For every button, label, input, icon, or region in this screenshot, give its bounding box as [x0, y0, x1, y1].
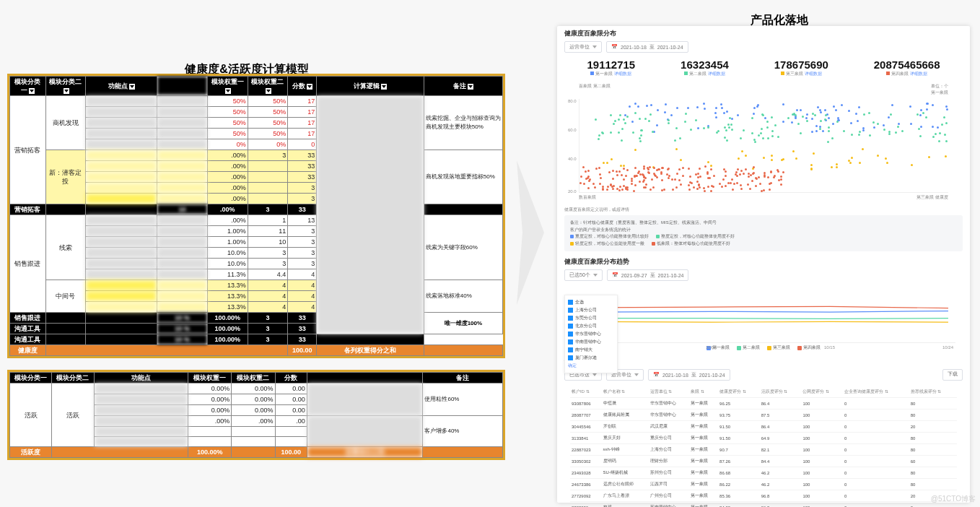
- dropdown-icon[interactable]: [29, 88, 35, 94]
- col-header[interactable]: 象限 ⇅: [689, 386, 718, 398]
- filter-date[interactable]: 📅 2021-10-18 至 2021-10-24: [606, 41, 688, 53]
- lk[interactable]: 详细数据: [910, 72, 927, 76]
- watermark: @51CTO博客: [931, 494, 976, 504]
- hdr-score[interactable]: 分数: [292, 82, 305, 90]
- cell: 0: [843, 467, 909, 479]
- cell: 100: [801, 421, 843, 433]
- checklist-item[interactable]: 厦门赛尔迪: [568, 354, 614, 362]
- hdr-w2[interactable]: 模块权重二: [251, 78, 284, 85]
- table-row: 93087806中恒晟华东营销中心第一象限96.2586.4100080: [570, 398, 957, 410]
- hdr-w1[interactable]: 模块权重一: [211, 78, 244, 85]
- cell: 重庆天好: [602, 433, 649, 444]
- checkbox-icon[interactable]: [568, 355, 573, 360]
- hdr-cat2[interactable]: 模块分类二: [49, 78, 82, 85]
- checklist-item[interactable]: 全选: [568, 298, 614, 306]
- confirm-link[interactable]: 确定: [568, 362, 614, 370]
- dropdown-icon[interactable]: [225, 88, 231, 94]
- c: 50%: [248, 118, 288, 129]
- c: 0%: [248, 139, 288, 150]
- foot-score: 100.00: [288, 345, 317, 356]
- org-checklist-popup[interactable]: 全选上海分公司东莞分公司北京分公司华东营销中心华南营销中心南宁销大厦门赛尔迪确定: [564, 295, 618, 373]
- c: 33: [288, 161, 317, 172]
- checklist-item[interactable]: 东莞分公司: [568, 314, 614, 322]
- cell: 0: [843, 479, 909, 490]
- c: 33: [288, 204, 317, 215]
- download-button[interactable]: 下载: [942, 369, 963, 381]
- sec3-title: 数据明细: [564, 357, 963, 366]
- col-header[interactable]: 帐户ID ⇅: [570, 386, 602, 398]
- cell: 上海分公司: [649, 444, 690, 456]
- h[interactable]: 模块权重二: [232, 373, 275, 384]
- dropdown-icon[interactable]: [129, 84, 135, 90]
- val: 19112715: [587, 58, 635, 71]
- checkbox-icon[interactable]: [568, 300, 573, 305]
- blur-cell: [94, 427, 188, 437]
- filter-org[interactable]: 运营单位: [564, 41, 602, 53]
- id-link[interactable]: 3133841: [570, 433, 602, 444]
- hdr-cat1[interactable]: 模块分类一: [14, 78, 40, 94]
- hdr-note[interactable]: 备注: [453, 82, 466, 90]
- checklist-item[interactable]: 北京分公司: [568, 322, 614, 330]
- id-link[interactable]: 24673386: [570, 479, 602, 490]
- col-header[interactable]: 企业查询健康度评分 ⇅: [843, 386, 909, 398]
- dropdown-icon[interactable]: [381, 84, 387, 90]
- id-link[interactable]: 28087707: [570, 410, 602, 421]
- h[interactable]: 备注: [423, 373, 503, 384]
- h[interactable]: 功能点: [94, 373, 188, 384]
- col-header[interactable]: 公网度评分 ⇅: [801, 386, 843, 398]
- filter-multi[interactable]: 已选50个: [564, 269, 603, 281]
- id-link[interactable]: 33050302: [570, 456, 602, 467]
- cell: 0: [843, 444, 909, 456]
- id-link[interactable]: 93087806: [570, 398, 602, 410]
- c: .00%: [207, 172, 248, 183]
- checklist-item[interactable]: 华东营销中心: [568, 330, 614, 338]
- cell: 85.36: [718, 490, 760, 502]
- dropdown-icon[interactable]: [266, 88, 271, 94]
- lk[interactable]: 详细数据: [614, 72, 631, 76]
- col-header[interactable]: 帐户名称 ⇅: [602, 386, 649, 398]
- id-link[interactable]: 30445546: [570, 421, 602, 433]
- checkbox-icon[interactable]: [568, 347, 573, 352]
- col-header[interactable]: 活跃度评分 ⇅: [760, 386, 802, 398]
- cell: 重庆分公司: [649, 433, 690, 444]
- checkbox-icon[interactable]: [568, 316, 573, 321]
- h[interactable]: 模块权重一: [188, 373, 232, 384]
- h[interactable]: 模块分类二: [52, 373, 94, 384]
- col-header[interactable]: 运营单位 ⇅: [649, 386, 690, 398]
- col-header[interactable]: 健康度评分 ⇅: [718, 386, 760, 398]
- checkbox-icon[interactable]: [568, 339, 573, 344]
- id-link[interactable]: 2708059: [570, 502, 602, 507]
- c: 33: [288, 150, 317, 161]
- h[interactable]: 分数: [275, 373, 307, 384]
- f3-date[interactable]: 📅 2021-10-18 至 2021-10-24: [648, 369, 730, 381]
- l: 第四象限: [891, 72, 909, 76]
- sheet-activity: 模块分类一 模块分类二 功能点 模块权重一 模块权重二 分数 备注 活跃 活跃 …: [7, 370, 505, 460]
- lk[interactable]: 详细数据: [805, 72, 822, 76]
- hdr-logic[interactable]: 计算逻辑: [354, 82, 380, 90]
- checkbox-icon[interactable]: [568, 308, 573, 313]
- h[interactable]: [307, 373, 423, 384]
- dropdown-icon[interactable]: [64, 88, 69, 94]
- blur-cell: [94, 405, 188, 416]
- col-header[interactable]: 推荐线索评分 ⇅: [909, 386, 957, 398]
- dropdown-icon[interactable]: [468, 84, 473, 90]
- lk[interactable]: 详细数据: [708, 72, 725, 76]
- cell-sales: 销售跟进: [10, 215, 46, 313]
- blur-cell: 「 …得分: [307, 384, 423, 416]
- h[interactable]: 模块分类一: [10, 373, 52, 384]
- filter-date2[interactable]: 📅 2021-09-27 至 2021-10-24: [607, 269, 689, 281]
- hdr-func[interactable]: 功能点: [108, 82, 128, 90]
- c: 0.00%: [232, 384, 275, 394]
- l: 第一象限: [595, 72, 613, 76]
- checklist-item[interactable]: 南宁销大: [568, 346, 614, 354]
- checklist-item[interactable]: 上海分公司: [568, 306, 614, 314]
- checklist-item[interactable]: 华南营销中心: [568, 338, 614, 346]
- cell: 0: [843, 433, 909, 444]
- checkbox-icon[interactable]: [568, 332, 573, 337]
- dropdown-icon[interactable]: [307, 84, 312, 90]
- id-link[interactable]: 23493028: [570, 467, 602, 479]
- cell: 第一象限: [689, 502, 718, 507]
- checkbox-icon[interactable]: [568, 324, 573, 329]
- id-link[interactable]: 27729092: [570, 490, 602, 502]
- id-link[interactable]: 22887023: [570, 444, 602, 456]
